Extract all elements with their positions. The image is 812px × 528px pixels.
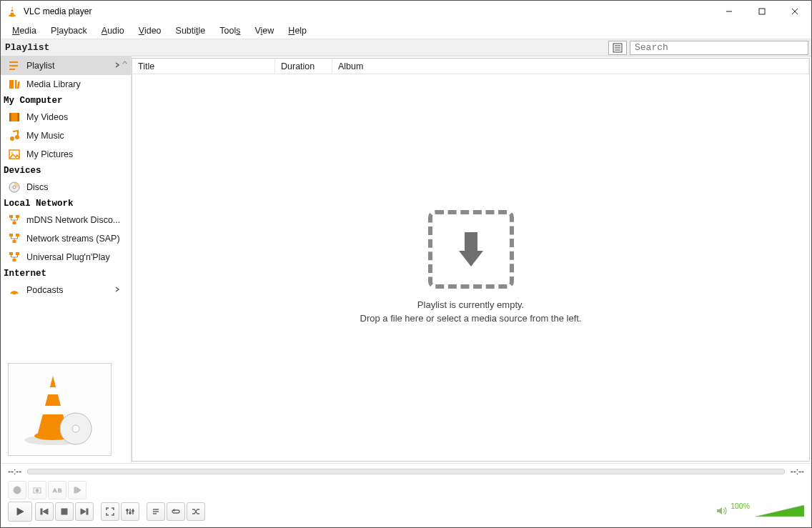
record-button[interactable] [8,481,26,499]
media-library-icon [8,78,21,91]
minimize-button[interactable] [713,1,746,22]
vlc-cone-icon [6,6,18,17]
menu-view[interactable]: View [247,24,281,37]
loop-button[interactable] [167,502,185,521]
sidebar-item-my-videos[interactable]: My Videos [1,108,131,126]
view-mode-toggle[interactable] [608,41,627,55]
column-album[interactable]: Album [332,59,809,74]
menu-video[interactable]: Video [132,24,169,37]
sidebar-item-label: My Pictures [26,149,73,159]
menu-subtitle[interactable]: Subtitle [169,24,213,37]
sidebar-item-my-pictures[interactable]: My Pictures [1,145,131,164]
sidebar-item-discs[interactable]: Discs [1,178,131,196]
playlist-header-strip: Playlist [1,39,811,56]
svg-point-48 [36,489,39,492]
disc-icon [8,181,21,194]
next-button[interactable] [75,502,94,521]
menu-audio[interactable]: Audio [94,24,132,37]
volume-slider[interactable] [756,505,804,518]
album-art-placeholder [8,363,112,456]
toggle-playlist-button[interactable] [147,502,165,521]
sidebar-item-playlist[interactable]: Playlist [1,56,131,75]
menu-tools[interactable]: Tools [212,24,247,37]
svg-rect-27 [9,215,13,218]
sidebar-item-sap[interactable]: Network streams (SAP) [1,229,131,248]
previous-button[interactable] [35,502,54,521]
seek-slider[interactable] [27,469,784,474]
maximize-button[interactable] [746,1,778,22]
primary-toolbar: 100% [1,501,811,522]
frame-step-button[interactable] [68,481,86,499]
empty-line-1: Playlist is currently empty. [417,299,524,312]
sidebar-item-label: Media Library [26,79,81,89]
sidebar-scroll-up[interactable] [119,56,131,69]
svg-rect-55 [61,509,67,514]
search-input[interactable] [630,41,808,55]
svg-rect-34 [16,252,19,255]
sidebar-item-label: Universal Plug'n'Play [26,252,110,262]
column-headers: Title Duration Album [132,59,809,74]
menu-playback[interactable]: Playback [44,24,94,37]
svg-rect-28 [16,215,19,218]
svg-point-62 [129,512,132,514]
empty-line-2: Drop a file here or select a media sourc… [360,312,582,326]
snapshot-button[interactable] [28,481,46,499]
atob-loop-button[interactable]: A B [48,481,66,499]
playlist-main: Title Duration Album Playlist is current… [132,58,810,462]
sidebar-item-podcasts[interactable]: Podcasts [1,281,131,299]
sidebar-item-label: Network streams (SAP) [26,234,120,244]
sidebar-item-label: Podcasts [26,285,63,295]
podcast-icon [8,284,21,297]
fullscreen-button[interactable] [101,502,119,521]
sidebar-item-my-music[interactable]: My Music [1,126,131,145]
menu-media[interactable]: Media [5,24,44,37]
bottom-controls: --:-- --:-- A B [1,463,811,527]
svg-marker-52 [17,508,24,515]
svg-rect-33 [9,252,13,255]
svg-rect-19 [9,113,11,121]
video-icon [8,111,21,124]
sidebar-item-label: My Music [26,131,64,141]
svg-rect-5 [759,9,765,14]
sidebar-item-upnp[interactable]: Universal Plug'n'Play [1,248,131,267]
shuffle-button[interactable] [187,502,205,521]
svg-text:A B: A B [53,487,61,494]
svg-marker-67 [173,509,174,512]
svg-rect-32 [13,240,16,243]
svg-point-22 [15,135,19,139]
playlist-strip-title: Playlist [5,42,49,53]
svg-rect-35 [13,259,16,261]
sidebar-item-media-library[interactable]: Media Library [1,75,131,94]
svg-rect-40 [42,406,64,414]
svg-rect-57 [86,509,88,514]
secondary-toolbar: A B [1,479,811,501]
svg-rect-50 [74,487,76,493]
svg-point-61 [127,509,129,512]
svg-marker-51 [76,487,81,493]
svg-rect-15 [9,80,14,89]
extended-settings-button[interactable] [121,502,139,521]
svg-rect-17 [17,81,20,89]
column-title[interactable]: Title [132,59,275,74]
svg-point-3 [9,15,16,17]
time-remaining[interactable]: --:-- [791,467,804,477]
column-duration[interactable]: Duration [275,59,332,74]
sidebar-section-local-network: Local Network [1,196,131,211]
speaker-icon[interactable] [716,506,728,518]
drop-target-icon [428,210,514,289]
time-elapsed[interactable]: --:-- [8,467,21,477]
play-button[interactable] [8,502,32,522]
empty-playlist-dropzone[interactable]: Playlist is currently empty. Drop a file… [132,74,809,461]
svg-marker-56 [81,509,86,514]
playlist-icon [8,59,21,72]
svg-rect-20 [18,113,20,121]
close-button[interactable] [778,1,811,22]
stop-button[interactable] [55,502,74,521]
menu-help[interactable]: Help [281,24,314,37]
svg-marker-45 [459,251,483,267]
sidebar-section-internet: Internet [1,267,131,281]
svg-marker-54 [43,509,48,514]
svg-rect-31 [16,234,19,236]
sidebar-item-mdns[interactable]: mDNS Network Disco... [1,211,131,229]
window-title: VLC media player [24,6,713,16]
